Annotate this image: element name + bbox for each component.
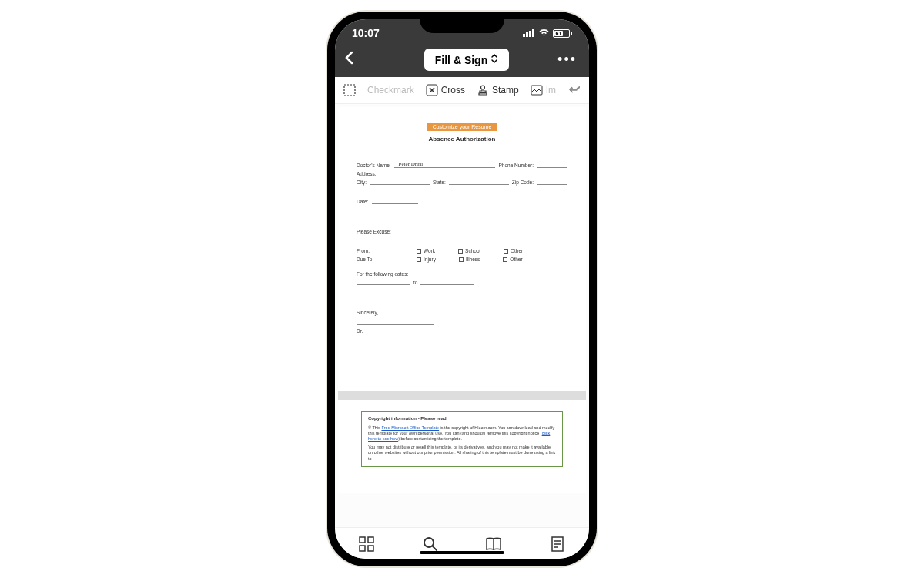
svg-rect-4 [344, 85, 355, 96]
field-city[interactable] [370, 184, 430, 185]
nav-search-button[interactable] [422, 536, 439, 553]
svg-rect-3 [532, 29, 534, 37]
status-time: 10:07 [352, 27, 380, 39]
field-date-from[interactable] [357, 284, 410, 285]
label-doctor: Doctor's Name: [357, 163, 391, 168]
checkmark-label: Checkmark [367, 85, 414, 96]
copyright-p1: © This Free Microsoft Office Template is… [368, 425, 556, 442]
mode-selector[interactable]: Fill & Sign [424, 49, 509, 71]
svg-rect-9 [360, 546, 365, 551]
image-tool[interactable]: Im [530, 83, 556, 97]
document-page-1: Customize your Resume Absence Authorizat… [338, 107, 586, 493]
nav-document-button[interactable] [549, 536, 566, 553]
cb-illness[interactable]: Illness [459, 257, 480, 262]
cb-work[interactable]: Work [417, 248, 435, 254]
label-dueto: Due To: [357, 257, 373, 262]
cross-label: Cross [441, 85, 465, 96]
svg-rect-0 [523, 34, 525, 37]
field-zip[interactable] [537, 184, 567, 185]
phone-frame: 10:07 61 Fill & Sign [327, 12, 597, 566]
field-signature[interactable] [357, 324, 434, 325]
checkmark-tool[interactable]: Checkmark [367, 85, 414, 96]
stamp-icon [476, 83, 490, 97]
field-date-to[interactable] [420, 284, 474, 285]
svg-point-11 [424, 538, 434, 547]
link-template[interactable]: Free Microsoft Office Template [381, 425, 439, 430]
customize-button[interactable]: Customize your Resume [427, 123, 498, 131]
field-doctor[interactable]: Peter Driru [394, 167, 496, 168]
signal-icon [523, 27, 535, 39]
screen: 10:07 61 Fill & Sign [335, 19, 589, 559]
cb-injury[interactable]: Injury [417, 257, 436, 262]
image-icon [530, 83, 544, 97]
cross-icon [425, 83, 439, 97]
doc-title: Absence Authorization [357, 136, 567, 143]
nav-book-button[interactable] [485, 536, 502, 553]
cb-other1[interactable]: Other [504, 248, 523, 254]
field-excuse[interactable] [394, 234, 567, 234]
svg-rect-7 [360, 537, 365, 543]
label-date: Date: [357, 199, 369, 204]
app-header: Fill & Sign ••• [335, 42, 589, 77]
nav-grid-button[interactable] [358, 536, 375, 553]
label-fordates: For the following dates: [357, 271, 408, 277]
select-icon [343, 83, 357, 97]
svg-rect-6 [531, 86, 542, 95]
copyright-heading: Copyright information - Please read [368, 416, 556, 422]
label-from: From: [357, 248, 370, 254]
field-state[interactable] [449, 184, 509, 185]
field-date[interactable] [372, 203, 418, 204]
label-city: City: [357, 180, 367, 185]
svg-rect-2 [529, 31, 531, 37]
undo-icon [567, 83, 581, 97]
value-doctor: Peter Driru [399, 161, 423, 167]
svg-rect-1 [526, 32, 528, 37]
undo-button[interactable] [567, 83, 581, 97]
cross-tool[interactable]: Cross [425, 83, 465, 97]
more-button[interactable]: ••• [557, 52, 577, 68]
image-label: Im [546, 85, 556, 96]
notch [420, 12, 504, 33]
copyright-box: Copyright information - Please read © Th… [361, 411, 563, 467]
label-sincerely: Sincerely, [357, 310, 378, 315]
home-indicator[interactable] [420, 551, 504, 554]
label-zip: Zip Code: [512, 180, 534, 185]
page-separator [338, 391, 586, 400]
back-button[interactable] [344, 51, 353, 69]
document-page-2: Copyright information - Please read © Th… [357, 400, 567, 478]
label-dr: Dr. [357, 328, 363, 334]
toolbar: Checkmark Cross Stamp Im [335, 77, 589, 104]
wifi-icon [538, 27, 550, 39]
document-content[interactable]: Customize your Resume Absence Authorizat… [335, 104, 589, 527]
label-phone: Phone Number: [498, 163, 534, 168]
label-state: State: [433, 180, 446, 185]
battery-icon: 61 [553, 29, 572, 38]
stamp-tool[interactable]: Stamp [476, 83, 519, 97]
select-tool[interactable] [343, 83, 357, 97]
label-address: Address: [357, 171, 377, 176]
cb-school[interactable]: School [458, 248, 480, 254]
svg-rect-10 [368, 546, 373, 551]
label-excuse: Please Excuse: [357, 229, 391, 234]
field-address[interactable] [380, 176, 567, 176]
copyright-p2: You may not distribute or resell this te… [368, 445, 556, 461]
status-right: 61 [523, 27, 572, 39]
field-phone[interactable] [537, 167, 567, 168]
cb-other2[interactable]: Other [503, 257, 522, 262]
mode-label: Fill & Sign [435, 54, 487, 66]
chevron-updown-icon [490, 53, 498, 66]
stamp-label: Stamp [492, 85, 519, 96]
label-to: to [413, 280, 417, 285]
svg-rect-8 [368, 537, 373, 543]
